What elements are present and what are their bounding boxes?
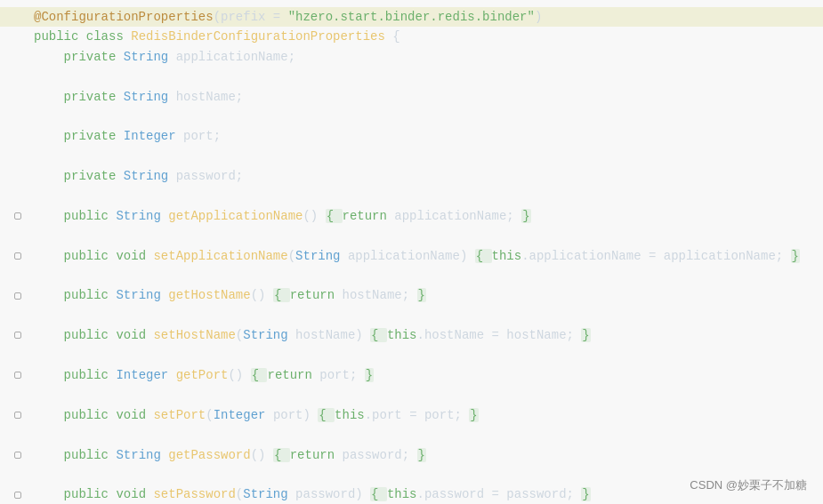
code-segment: return	[290, 288, 343, 302]
gutter	[9, 452, 27, 459]
code-line: private String applicationName;	[0, 47, 823, 67]
code-content: public void setApplicationName(String ap…	[27, 246, 800, 266]
code-segment	[34, 249, 64, 263]
code-segment: Integer	[124, 129, 183, 143]
gutter	[9, 252, 27, 260]
code-segment: this	[387, 487, 417, 501]
code-segment: .port = port;	[365, 408, 470, 422]
code-segment: public	[64, 209, 117, 223]
code-content: public void setHostName(String hostName)…	[27, 325, 591, 345]
code-segment	[34, 288, 64, 302]
code-segment: class	[86, 29, 131, 44]
code-content: public void setPort(Integer port) { this…	[27, 405, 479, 425]
code-segment: hostName;	[343, 288, 417, 302]
code-content	[27, 346, 41, 365]
code-segment: ()	[303, 209, 325, 223]
gutter	[9, 372, 27, 379]
code-segment: void	[116, 328, 153, 342]
code-container: @ConfigurationProperties(prefix = "hzero…	[0, 0, 823, 504]
code-line	[0, 346, 823, 365]
code-segment: String	[116, 448, 168, 462]
code-content	[27, 306, 41, 325]
code-segment: void	[116, 487, 153, 501]
code-segment	[34, 90, 64, 104]
code-line: public class RedisBinderConfigurationPro…	[0, 27, 823, 46]
code-line: public void setApplicationName(String ap…	[0, 246, 823, 266]
code-content: private String password;	[27, 166, 243, 186]
code-segment: public	[64, 368, 117, 382]
code-segment: {	[326, 209, 343, 223]
code-segment: return	[290, 448, 343, 462]
code-segment: hostName;	[176, 90, 244, 104]
code-segment: {	[318, 408, 335, 422]
code-segment: public	[64, 487, 117, 501]
code-segment: public	[64, 288, 117, 302]
code-segment: {	[273, 288, 290, 302]
code-segment: (	[206, 408, 213, 422]
gutter-dot	[14, 332, 21, 339]
code-content: public String getPassword() { return pas…	[27, 445, 426, 465]
code-line	[0, 266, 823, 285]
code-segment: this	[387, 328, 417, 342]
code-line	[0, 67, 823, 86]
code-segment: "hzero.start.binder.redis.binder"	[288, 10, 535, 24]
gutter-dot	[14, 452, 21, 459]
code-segment: (prefix =	[214, 10, 288, 24]
code-segment: String	[295, 249, 348, 263]
code-segment: String	[243, 328, 295, 342]
code-segment: String	[116, 209, 168, 223]
code-line: public void setPort(Integer port) { this…	[0, 405, 823, 425]
gutter-dot	[14, 252, 21, 260]
code-segment: }	[417, 448, 426, 462]
code-segment: @ConfigurationProperties	[34, 10, 214, 24]
code-segment	[34, 129, 64, 143]
code-segment: public	[64, 328, 117, 342]
code-segment: ()	[228, 368, 250, 382]
code-line: public void setHostName(String hostName)…	[0, 325, 823, 345]
code-segment: applicationName;	[176, 50, 295, 64]
code-segment: }	[581, 487, 590, 501]
code-content	[27, 226, 41, 245]
code-segment: public	[64, 408, 117, 422]
gutter-dot	[14, 372, 21, 379]
gutter-dot	[14, 212, 21, 220]
code-content	[27, 67, 41, 86]
code-segment: .applicationName = applicationName;	[521, 249, 790, 263]
code-segment: String	[116, 288, 168, 302]
code-content: @ConfigurationProperties(prefix = "hzero…	[27, 7, 542, 27]
code-segment: String	[124, 169, 176, 183]
gutter-dot	[14, 412, 21, 419]
code-line: public String getHostName() { return hos…	[0, 285, 823, 305]
code-segment: setPort	[153, 408, 206, 422]
code-content: public String getHostName() { return hos…	[27, 285, 426, 305]
code-line: private String password;	[0, 166, 823, 186]
code-segment: password;	[176, 169, 244, 183]
code-segment: applicationName;	[394, 209, 521, 223]
code-segment: {	[370, 487, 387, 501]
code-content	[27, 107, 41, 126]
code-content: private Integer port;	[27, 126, 221, 146]
code-content: public void setPassword(String password)…	[27, 484, 591, 504]
gutter-dot	[14, 492, 21, 499]
code-segment: ()	[251, 288, 273, 302]
code-segment: public	[64, 249, 117, 263]
code-segment: setPassword	[153, 487, 235, 501]
code-segment	[34, 487, 64, 501]
code-segment: getPort	[176, 368, 229, 382]
code-line	[0, 187, 823, 206]
gutter-dot	[14, 292, 21, 300]
code-segment	[34, 328, 64, 342]
code-segment: {	[273, 448, 290, 462]
code-segment: getApplicationName	[168, 209, 303, 223]
code-content: public String getApplicationName() { ret…	[27, 206, 531, 226]
code-line: public String getPassword() { return pas…	[0, 445, 823, 465]
code-segment: this	[335, 408, 365, 422]
code-segment: )	[535, 10, 542, 24]
code-segment: String	[124, 90, 176, 104]
code-segment: private	[64, 90, 124, 104]
code-line: private String hostName;	[0, 87, 823, 107]
code-segment: }	[417, 288, 426, 302]
gutter	[9, 292, 27, 300]
code-segment: }	[521, 209, 530, 223]
code-segment: public	[64, 448, 117, 462]
